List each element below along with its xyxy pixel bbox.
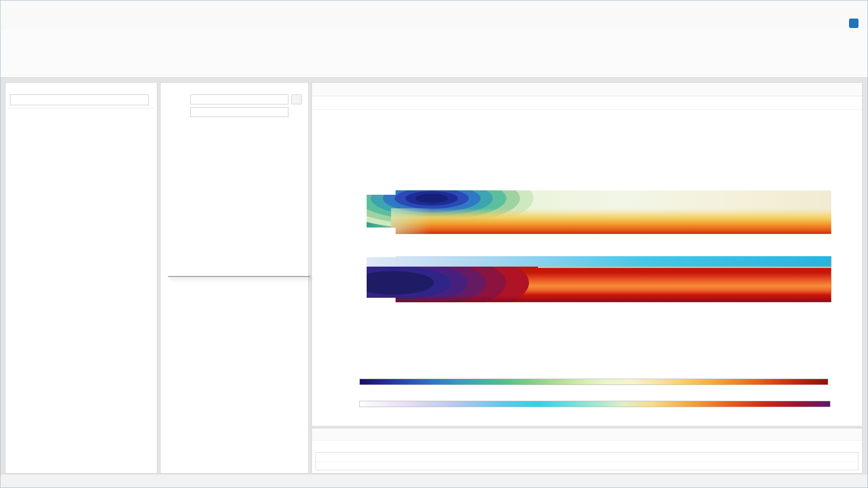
messages-panel: [311, 428, 863, 474]
plot-canvas[interactable]: [312, 110, 862, 426]
diffusion-model-dropdown: [168, 276, 311, 277]
menu-bar: [0, 17, 868, 29]
label-field[interactable]: [190, 94, 288, 104]
ribbon: [0, 29, 868, 78]
window-controls: [805, 0, 868, 17]
velocity-colorbar: [359, 401, 830, 407]
help-button[interactable]: [849, 19, 859, 28]
messages-toolbar: [312, 441, 862, 452]
model-tree: [8, 108, 154, 110]
tree-filter-input[interactable]: [10, 94, 149, 105]
name-field[interactable]: [190, 107, 288, 117]
settings-title: [160, 83, 308, 88]
pressure-colorbar: [359, 379, 828, 385]
settings-panel: [160, 82, 309, 474]
close-button[interactable]: [847, 0, 868, 17]
minimize-button[interactable]: [805, 0, 826, 17]
rename-button[interactable]: [291, 94, 302, 104]
model-builder-title: [5, 83, 157, 88]
settings-subtitle: [160, 88, 308, 93]
messages-tabs: [312, 428, 862, 441]
model-builder-panel: [5, 82, 157, 474]
model-builder-toolbar: [5, 88, 157, 94]
maximize-button[interactable]: [826, 0, 847, 17]
status-bar: [0, 474, 868, 488]
graphics-tabs: [312, 83, 862, 96]
graphics-panel: [311, 82, 863, 425]
graphics-toolbar: [312, 96, 862, 110]
title-bar: [0, 0, 868, 17]
messages-content[interactable]: [316, 452, 859, 470]
